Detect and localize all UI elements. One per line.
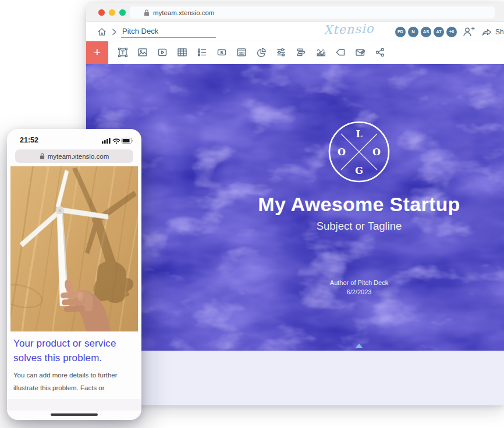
mail-module-icon[interactable] xyxy=(354,47,366,58)
avatar[interactable]: N xyxy=(407,26,419,38)
button-module-icon[interactable]: B xyxy=(216,47,228,58)
home-icon[interactable] xyxy=(96,26,108,38)
table-module-icon[interactable] xyxy=(176,47,188,58)
tag-module-icon[interactable] xyxy=(335,47,346,58)
phone-page-heading: Your product or service solves this prob… xyxy=(13,336,134,365)
slide-canvas: L O O G My Awesome Startup Subject or Ta… xyxy=(86,64,504,351)
image-module-icon[interactable] xyxy=(137,47,148,58)
slide-author[interactable]: Author of Pitch Deck xyxy=(86,279,504,286)
collapse-section-chevron-icon[interactable] xyxy=(356,344,363,348)
share-button[interactable]: Share xyxy=(481,27,504,37)
home-indicator xyxy=(51,413,98,416)
logo-letter-bottom: G xyxy=(355,165,363,176)
sliders-module-icon[interactable] xyxy=(275,47,287,58)
add-module-button[interactable]: + xyxy=(86,41,108,64)
zoom-window-button[interactable] xyxy=(119,9,126,16)
share-label: Share xyxy=(495,28,504,36)
browser-chrome-bar: myteam.xtensio.com xyxy=(86,3,504,22)
collaborator-avatars: FD N AS AT +6 xyxy=(393,26,457,38)
logo-letter-right: O xyxy=(372,147,381,158)
screenshot-stage: myteam.xtensio.com Pitch Deck Xtensio FD… xyxy=(0,0,504,428)
phone-preview: 21:52 xyxy=(7,129,141,420)
battery-icon xyxy=(122,138,133,143)
phone-url-text: myteam.xtensio.com xyxy=(48,153,109,160)
xtensio-logo: Xtensio xyxy=(324,22,358,37)
phone-address-bar[interactable]: myteam.xtensio.com xyxy=(15,149,133,163)
close-window-button[interactable] xyxy=(98,9,105,16)
avatar[interactable]: FD xyxy=(395,26,406,38)
list-module-icon[interactable] xyxy=(196,47,208,58)
address-bar-url: myteam.xtensio.com xyxy=(153,9,214,16)
slide-date[interactable]: 6/2/2023 xyxy=(86,288,504,295)
avatar[interactable]: AT xyxy=(433,26,445,38)
phone-next-module-band xyxy=(7,399,141,411)
share-icon xyxy=(481,27,492,37)
window-controls xyxy=(98,9,126,16)
minimize-window-button[interactable] xyxy=(109,9,115,16)
browser-window: myteam.xtensio.com Pitch Deck Xtensio FD… xyxy=(86,3,504,405)
address-bar[interactable]: myteam.xtensio.com xyxy=(130,6,495,19)
slide-title[interactable]: My Awesome Startup xyxy=(86,193,504,216)
slide-tagline[interactable]: Subject or Tagline xyxy=(86,220,504,233)
breadcrumb-separator-icon xyxy=(112,28,117,35)
add-collaborator-icon[interactable] xyxy=(462,26,475,38)
embed-url-module-icon[interactable]: URL xyxy=(236,47,247,58)
document-title-field[interactable]: Pitch Deck xyxy=(121,26,216,38)
avatar[interactable]: AS xyxy=(420,26,432,38)
lock-icon xyxy=(144,9,150,16)
logo-letter-left: O xyxy=(338,147,346,158)
chart-module-icon[interactable] xyxy=(315,47,326,58)
share-nodes-module-icon[interactable] xyxy=(374,47,386,58)
url-icon-letters: URL xyxy=(240,52,244,55)
text-module-icon[interactable] xyxy=(117,47,129,58)
next-section-area xyxy=(86,351,504,405)
button-icon-letter: B xyxy=(220,51,223,55)
phone-clock: 21:52 xyxy=(20,136,38,144)
module-toolbar: + B xyxy=(86,41,504,64)
slide-logo-module[interactable]: L O O G xyxy=(328,120,391,183)
stacked-bars-module-icon[interactable] xyxy=(295,47,307,58)
video-module-icon[interactable] xyxy=(157,47,168,58)
document-nav-row: Pitch Deck Xtensio FD N AS AT +6 xyxy=(86,22,504,41)
pie-chart-module-icon[interactable] xyxy=(255,47,267,58)
turbine-photo xyxy=(10,166,138,331)
wifi-icon xyxy=(113,139,120,144)
lock-icon xyxy=(40,153,45,159)
logo-letter-top: L xyxy=(356,129,362,140)
phone-status-bar: 21:52 xyxy=(7,135,141,147)
cellular-signal-icon xyxy=(102,138,111,144)
avatar-overflow-badge[interactable]: +6 xyxy=(446,26,457,38)
